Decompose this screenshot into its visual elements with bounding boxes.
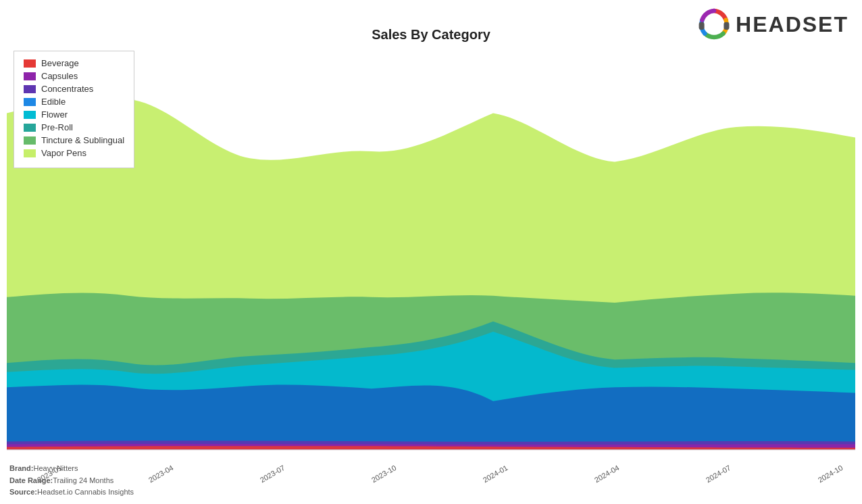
legend-label-flower: Flower — [41, 109, 68, 120]
footer-source: Source:Headset.io Cannabis Insights — [9, 486, 134, 499]
footer-brand: Brand:Heavy Hitters — [9, 463, 134, 475]
x-label-3: 2023-10 — [370, 463, 398, 484]
x-label-4: 2024-01 — [482, 463, 509, 484]
legend-swatch-vapor-pens — [24, 149, 36, 157]
legend-swatch-tincture — [24, 136, 36, 145]
legend-label-beverage: Beverage — [41, 58, 79, 68]
footer-date-range: Date Range:Trailing 24 Months — [9, 475, 134, 487]
legend-item-tincture: Tincture & Sublingual — [24, 135, 124, 145]
legend-label-edible: Edible — [41, 97, 66, 107]
legend-item-preroll: Pre-Roll — [24, 122, 124, 132]
footer-date-value: Trailing 24 Months — [53, 476, 113, 484]
chart-title: Sales By Category — [0, 27, 862, 43]
legend-label-capsules: Capsules — [41, 71, 78, 81]
legend-item-beverage: Beverage — [24, 58, 124, 68]
footer-brand-label: Brand: — [9, 464, 33, 472]
footer-info: Brand:Heavy Hitters Date Range:Trailing … — [9, 463, 134, 499]
edible-area — [7, 385, 855, 450]
legend-label-tincture: Tincture & Sublingual — [41, 135, 124, 145]
legend-item-edible: Edible — [24, 97, 124, 107]
legend-label-vapor-pens: Vapor Pens — [41, 148, 86, 158]
x-label-6: 2024-07 — [705, 463, 732, 484]
legend-item-concentrates: Concentrates — [24, 84, 124, 94]
chart-legend: Beverage Capsules Concentrates Edible Fl… — [14, 51, 134, 168]
legend-label-preroll: Pre-Roll — [41, 122, 73, 132]
x-axis-labels: 2023-01 2023-04 2023-07 2023-10 2024-01 … — [20, 470, 855, 478]
legend-swatch-concentrates — [24, 85, 36, 93]
footer-source-value: Headset.io Cannabis Insights — [37, 488, 134, 496]
legend-swatch-beverage — [24, 59, 36, 68]
legend-swatch-flower — [24, 111, 36, 119]
legend-label-concentrates: Concentrates — [41, 84, 93, 94]
legend-item-capsules: Capsules — [24, 71, 124, 81]
legend-swatch-capsules — [24, 72, 36, 80]
legend-swatch-preroll — [24, 124, 36, 132]
footer-date-label: Date Range: — [9, 476, 53, 484]
footer-brand-value: Heavy Hitters — [33, 464, 78, 472]
x-label-1: 2023-04 — [147, 463, 175, 484]
x-label-2: 2023-07 — [259, 463, 286, 484]
legend-swatch-edible — [24, 98, 36, 106]
x-label-7: 2024-10 — [816, 463, 844, 484]
legend-item-flower: Flower — [24, 109, 124, 120]
x-label-5: 2024-04 — [593, 463, 621, 484]
footer-source-label: Source: — [9, 488, 37, 496]
legend-item-vapor-pens: Vapor Pens — [24, 148, 124, 158]
